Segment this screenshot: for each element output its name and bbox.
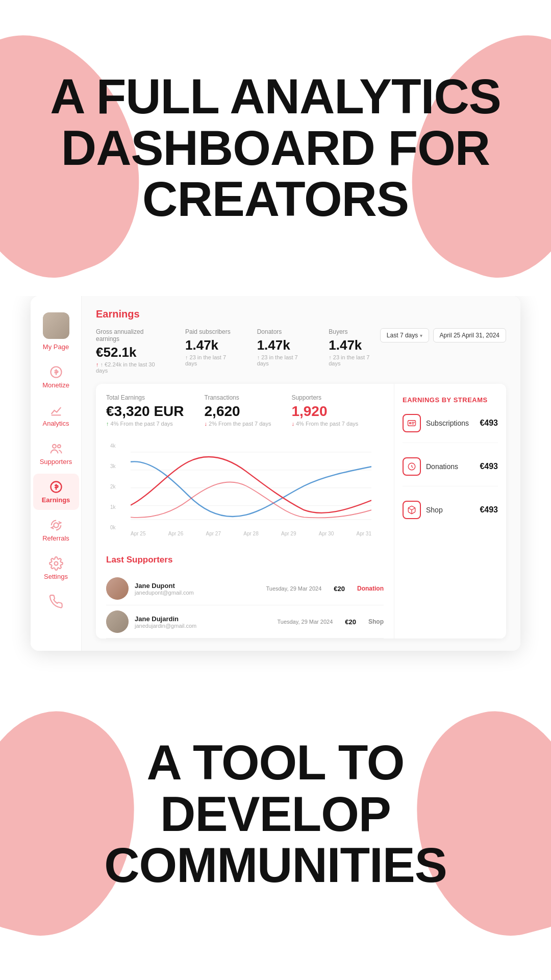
- mid-supporters: Supporters 1,920 ↓ 4% From the past 7 da…: [291, 394, 358, 427]
- dashboard: My Page Monetize Analytics: [31, 296, 520, 651]
- streams-title: EARNINGS BY STREAMS: [403, 396, 498, 404]
- sidebar-label-referrals: Referrals: [42, 534, 69, 542]
- svg-point-6: [54, 562, 58, 566]
- analytics-icon: [49, 403, 63, 418]
- sidebar-item-referrals[interactable]: Referrals: [33, 512, 79, 548]
- y-label-2k: 2k: [110, 484, 116, 489]
- sidebar-label-analytics: Analytics: [42, 420, 69, 427]
- y-label-4k: 4k: [110, 443, 116, 449]
- stream-donations: Donations €493: [403, 457, 498, 486]
- x-label-4: Apr 29: [281, 531, 296, 536]
- earnings-top-row: Gross annualized earnings €52.1k ↑ ↑ €2.…: [96, 328, 506, 374]
- sidebar-item-phone[interactable]: [33, 589, 79, 617]
- svg-point-5: [54, 523, 58, 527]
- mid-total: Total Earnings €3,320 EUR ↑ 4% From the …: [106, 394, 184, 427]
- sidebar-label-earnings: Earnings: [42, 496, 70, 504]
- x-label-0: Apr 25: [131, 531, 145, 536]
- sidebar-item-earnings[interactable]: Earnings: [33, 474, 79, 510]
- dashboard-wrapper: My Page Monetize Analytics: [0, 296, 551, 671]
- donation-icon: [403, 457, 421, 476]
- supporters-title: Last Supporters: [106, 555, 384, 565]
- sidebar-label-supporters: Supporters: [40, 458, 72, 465]
- monetize-icon: [49, 365, 63, 379]
- main-content: Earnings Gross annualized earnings €52.1…: [82, 296, 520, 651]
- middle-stats: Total Earnings €3,320 EUR ↑ 4% From the …: [106, 394, 384, 427]
- phone-icon: [49, 595, 63, 609]
- chart-svg-wrapper: [131, 445, 371, 529]
- table-row: Jane Dujardin janedujardin@gmail.com Tue…: [106, 605, 384, 639]
- x-label-6: Apr 31: [357, 531, 371, 536]
- earnings-stats: Gross annualized earnings €52.1k ↑ ↑ €2.…: [96, 328, 380, 374]
- supporter-info: Jane Dupont janedupont@gmail.com: [135, 582, 260, 596]
- supporter-info: Jane Dujardin janedujardin@gmail.com: [135, 615, 271, 629]
- settings-icon: [49, 556, 63, 571]
- referrals-icon: [49, 518, 63, 532]
- earnings-title: Earnings: [96, 308, 506, 320]
- shop-icon: [403, 501, 421, 519]
- y-label-1k: 1k: [110, 504, 116, 510]
- sidebar-label-monetize: Monetize: [42, 381, 69, 389]
- chart-svg: [131, 445, 371, 527]
- hero-section: A FULL ANALYTICS DASHBOARD FOR CREATORS: [0, 0, 551, 296]
- stream-subscriptions: Subscriptions €493: [403, 414, 498, 443]
- chart-area: 4k 3k 2k 1k 0k: [106, 437, 384, 545]
- avatar: [106, 577, 129, 600]
- stat-paid-subs: Paid subscribers 1.47k ↑ 23 in the last …: [185, 328, 237, 374]
- y-label-0k: 0k: [110, 525, 116, 530]
- subscription-icon: [403, 414, 421, 432]
- sidebar-label-settings: Settings: [44, 573, 68, 580]
- svg-point-3: [57, 445, 60, 448]
- y-label-3k: 3k: [110, 463, 116, 469]
- sidebar: My Page Monetize Analytics: [31, 296, 82, 651]
- stat-buyers: Buyers 1.47k ↑ 23 in the last 7 days: [329, 328, 380, 374]
- sidebar-item-supporters[interactable]: Supporters: [33, 435, 79, 472]
- sidebar-item-settings[interactable]: Settings: [33, 550, 79, 586]
- chart-x-labels: Apr 25 Apr 26 Apr 27 Apr 28 Apr 29 Apr 3…: [131, 531, 371, 536]
- sidebar-item-analytics[interactable]: Analytics: [33, 397, 79, 433]
- sidebar-label-mypage: My Page: [43, 343, 69, 351]
- avatar: [106, 610, 129, 633]
- bottom-title: A TOOL TO DEVELOP COMMUNITIES: [0, 737, 551, 891]
- sidebar-item-mypage[interactable]: My Page: [33, 306, 79, 357]
- svg-point-13: [410, 423, 411, 424]
- mid-transactions: Transactions 2,620 ↓ 2% From the past 7 …: [205, 394, 271, 427]
- sidebar-item-monetize[interactable]: Monetize: [33, 359, 79, 395]
- x-label-1: Apr 26: [168, 531, 183, 536]
- right-panel: EARNINGS BY STREAMS: [394, 384, 506, 639]
- supporters-section: Last Supporters Jane Dupont janedupont@g…: [106, 555, 384, 639]
- avatar: [43, 312, 69, 339]
- x-label-3: Apr 28: [243, 531, 258, 536]
- x-label-2: Apr 27: [206, 531, 221, 536]
- stat-donators: Donators 1.47k ↑ 23 in the last 7 days: [257, 328, 309, 374]
- bottom-hero-section: A TOOL TO DEVELOP COMMUNITIES: [0, 681, 551, 947]
- stream-shop: Shop €493: [403, 501, 498, 529]
- stat-gross: Gross annualized earnings €52.1k ↑ ↑ €2.…: [96, 328, 165, 374]
- date-range-btn[interactable]: April 25 April 31, 2024: [433, 328, 506, 342]
- table-row: Jane Dupont janedupont@gmail.com Tuesday…: [106, 572, 384, 605]
- svg-point-2: [53, 445, 56, 448]
- svg-rect-12: [408, 421, 416, 426]
- supporters-icon: [49, 442, 63, 456]
- date-controls: Last 7 days ▾ April 25 April 31, 2024: [380, 328, 506, 342]
- x-label-5: Apr 30: [319, 531, 334, 536]
- date-filter-btn[interactable]: Last 7 days ▾: [380, 328, 429, 342]
- hero-title: A FULL ANALYTICS DASHBOARD FOR CREATORS: [19, 71, 532, 225]
- earnings-icon: [49, 480, 63, 494]
